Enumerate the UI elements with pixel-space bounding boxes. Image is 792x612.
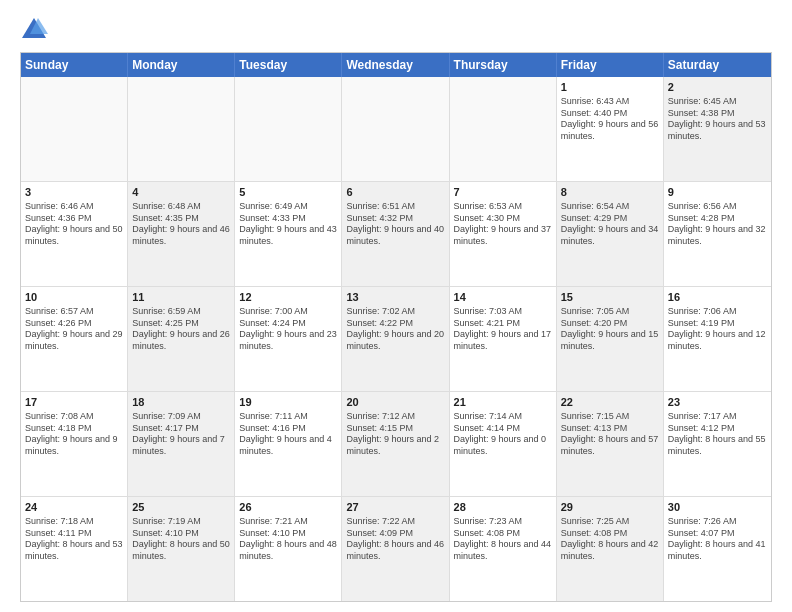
cal-cell: 11Sunrise: 6:59 AM Sunset: 4:25 PM Dayli… xyxy=(128,287,235,391)
day-number: 30 xyxy=(668,500,767,515)
cell-info: Sunrise: 7:02 AM Sunset: 4:22 PM Dayligh… xyxy=(346,306,444,353)
cell-info: Sunrise: 7:17 AM Sunset: 4:12 PM Dayligh… xyxy=(668,411,767,458)
day-number: 19 xyxy=(239,395,337,410)
day-number: 18 xyxy=(132,395,230,410)
cell-info: Sunrise: 7:22 AM Sunset: 4:09 PM Dayligh… xyxy=(346,516,444,563)
cell-info: Sunrise: 7:11 AM Sunset: 4:16 PM Dayligh… xyxy=(239,411,337,458)
cell-info: Sunrise: 6:43 AM Sunset: 4:40 PM Dayligh… xyxy=(561,96,659,143)
cal-cell: 29Sunrise: 7:25 AM Sunset: 4:08 PM Dayli… xyxy=(557,497,664,601)
day-number: 20 xyxy=(346,395,444,410)
cal-cell: 26Sunrise: 7:21 AM Sunset: 4:10 PM Dayli… xyxy=(235,497,342,601)
day-number: 29 xyxy=(561,500,659,515)
cell-info: Sunrise: 7:26 AM Sunset: 4:07 PM Dayligh… xyxy=(668,516,767,563)
cal-cell: 21Sunrise: 7:14 AM Sunset: 4:14 PM Dayli… xyxy=(450,392,557,496)
header-cell-sunday: Sunday xyxy=(21,53,128,77)
cal-cell: 23Sunrise: 7:17 AM Sunset: 4:12 PM Dayli… xyxy=(664,392,771,496)
page: SundayMondayTuesdayWednesdayThursdayFrid… xyxy=(0,0,792,612)
day-number: 4 xyxy=(132,185,230,200)
day-number: 7 xyxy=(454,185,552,200)
cal-cell: 22Sunrise: 7:15 AM Sunset: 4:13 PM Dayli… xyxy=(557,392,664,496)
cal-cell xyxy=(128,77,235,181)
day-number: 11 xyxy=(132,290,230,305)
cell-info: Sunrise: 6:49 AM Sunset: 4:33 PM Dayligh… xyxy=(239,201,337,248)
cell-info: Sunrise: 6:45 AM Sunset: 4:38 PM Dayligh… xyxy=(668,96,767,143)
cell-info: Sunrise: 6:53 AM Sunset: 4:30 PM Dayligh… xyxy=(454,201,552,248)
cal-cell: 24Sunrise: 7:18 AM Sunset: 4:11 PM Dayli… xyxy=(21,497,128,601)
calendar-body: 1Sunrise: 6:43 AM Sunset: 4:40 PM Daylig… xyxy=(21,77,771,601)
cal-cell: 28Sunrise: 7:23 AM Sunset: 4:08 PM Dayli… xyxy=(450,497,557,601)
cell-info: Sunrise: 7:06 AM Sunset: 4:19 PM Dayligh… xyxy=(668,306,767,353)
cell-info: Sunrise: 7:25 AM Sunset: 4:08 PM Dayligh… xyxy=(561,516,659,563)
day-number: 25 xyxy=(132,500,230,515)
day-number: 14 xyxy=(454,290,552,305)
cell-info: Sunrise: 7:14 AM Sunset: 4:14 PM Dayligh… xyxy=(454,411,552,458)
cell-info: Sunrise: 7:23 AM Sunset: 4:08 PM Dayligh… xyxy=(454,516,552,563)
cell-info: Sunrise: 7:18 AM Sunset: 4:11 PM Dayligh… xyxy=(25,516,123,563)
logo-icon xyxy=(20,16,48,44)
day-number: 3 xyxy=(25,185,123,200)
cal-cell: 18Sunrise: 7:09 AM Sunset: 4:17 PM Dayli… xyxy=(128,392,235,496)
day-number: 17 xyxy=(25,395,123,410)
header xyxy=(20,16,772,44)
calendar: SundayMondayTuesdayWednesdayThursdayFrid… xyxy=(20,52,772,602)
cal-cell: 19Sunrise: 7:11 AM Sunset: 4:16 PM Dayli… xyxy=(235,392,342,496)
header-cell-thursday: Thursday xyxy=(450,53,557,77)
cell-info: Sunrise: 7:08 AM Sunset: 4:18 PM Dayligh… xyxy=(25,411,123,458)
day-number: 9 xyxy=(668,185,767,200)
day-number: 5 xyxy=(239,185,337,200)
logo xyxy=(20,16,52,44)
cell-info: Sunrise: 7:00 AM Sunset: 4:24 PM Dayligh… xyxy=(239,306,337,353)
day-number: 13 xyxy=(346,290,444,305)
cal-cell xyxy=(235,77,342,181)
day-number: 2 xyxy=(668,80,767,95)
day-number: 28 xyxy=(454,500,552,515)
day-number: 26 xyxy=(239,500,337,515)
cal-cell: 8Sunrise: 6:54 AM Sunset: 4:29 PM Daylig… xyxy=(557,182,664,286)
header-cell-friday: Friday xyxy=(557,53,664,77)
day-number: 10 xyxy=(25,290,123,305)
cell-info: Sunrise: 6:56 AM Sunset: 4:28 PM Dayligh… xyxy=(668,201,767,248)
cal-cell xyxy=(450,77,557,181)
cal-cell: 20Sunrise: 7:12 AM Sunset: 4:15 PM Dayli… xyxy=(342,392,449,496)
day-number: 1 xyxy=(561,80,659,95)
cell-info: Sunrise: 6:57 AM Sunset: 4:26 PM Dayligh… xyxy=(25,306,123,353)
cal-row-2: 10Sunrise: 6:57 AM Sunset: 4:26 PM Dayli… xyxy=(21,287,771,392)
cell-info: Sunrise: 7:05 AM Sunset: 4:20 PM Dayligh… xyxy=(561,306,659,353)
cal-row-0: 1Sunrise: 6:43 AM Sunset: 4:40 PM Daylig… xyxy=(21,77,771,182)
cal-cell: 15Sunrise: 7:05 AM Sunset: 4:20 PM Dayli… xyxy=(557,287,664,391)
cal-cell: 6Sunrise: 6:51 AM Sunset: 4:32 PM Daylig… xyxy=(342,182,449,286)
cal-cell: 17Sunrise: 7:08 AM Sunset: 4:18 PM Dayli… xyxy=(21,392,128,496)
day-number: 15 xyxy=(561,290,659,305)
cal-cell: 13Sunrise: 7:02 AM Sunset: 4:22 PM Dayli… xyxy=(342,287,449,391)
header-cell-saturday: Saturday xyxy=(664,53,771,77)
cal-cell: 27Sunrise: 7:22 AM Sunset: 4:09 PM Dayli… xyxy=(342,497,449,601)
cal-row-1: 3Sunrise: 6:46 AM Sunset: 4:36 PM Daylig… xyxy=(21,182,771,287)
cal-cell: 12Sunrise: 7:00 AM Sunset: 4:24 PM Dayli… xyxy=(235,287,342,391)
cal-cell: 2Sunrise: 6:45 AM Sunset: 4:38 PM Daylig… xyxy=(664,77,771,181)
cell-info: Sunrise: 6:54 AM Sunset: 4:29 PM Dayligh… xyxy=(561,201,659,248)
cell-info: Sunrise: 7:15 AM Sunset: 4:13 PM Dayligh… xyxy=(561,411,659,458)
cell-info: Sunrise: 7:19 AM Sunset: 4:10 PM Dayligh… xyxy=(132,516,230,563)
cal-cell: 16Sunrise: 7:06 AM Sunset: 4:19 PM Dayli… xyxy=(664,287,771,391)
cell-info: Sunrise: 6:59 AM Sunset: 4:25 PM Dayligh… xyxy=(132,306,230,353)
day-number: 27 xyxy=(346,500,444,515)
cal-cell: 3Sunrise: 6:46 AM Sunset: 4:36 PM Daylig… xyxy=(21,182,128,286)
cal-cell xyxy=(342,77,449,181)
day-number: 6 xyxy=(346,185,444,200)
cal-row-4: 24Sunrise: 7:18 AM Sunset: 4:11 PM Dayli… xyxy=(21,497,771,601)
header-cell-tuesday: Tuesday xyxy=(235,53,342,77)
header-cell-monday: Monday xyxy=(128,53,235,77)
header-cell-wednesday: Wednesday xyxy=(342,53,449,77)
day-number: 21 xyxy=(454,395,552,410)
cell-info: Sunrise: 6:51 AM Sunset: 4:32 PM Dayligh… xyxy=(346,201,444,248)
cal-cell: 1Sunrise: 6:43 AM Sunset: 4:40 PM Daylig… xyxy=(557,77,664,181)
cal-cell: 9Sunrise: 6:56 AM Sunset: 4:28 PM Daylig… xyxy=(664,182,771,286)
day-number: 23 xyxy=(668,395,767,410)
cal-cell: 14Sunrise: 7:03 AM Sunset: 4:21 PM Dayli… xyxy=(450,287,557,391)
cell-info: Sunrise: 7:09 AM Sunset: 4:17 PM Dayligh… xyxy=(132,411,230,458)
cal-cell: 30Sunrise: 7:26 AM Sunset: 4:07 PM Dayli… xyxy=(664,497,771,601)
cell-info: Sunrise: 6:48 AM Sunset: 4:35 PM Dayligh… xyxy=(132,201,230,248)
calendar-header: SundayMondayTuesdayWednesdayThursdayFrid… xyxy=(21,53,771,77)
cell-info: Sunrise: 7:21 AM Sunset: 4:10 PM Dayligh… xyxy=(239,516,337,563)
cell-info: Sunrise: 6:46 AM Sunset: 4:36 PM Dayligh… xyxy=(25,201,123,248)
